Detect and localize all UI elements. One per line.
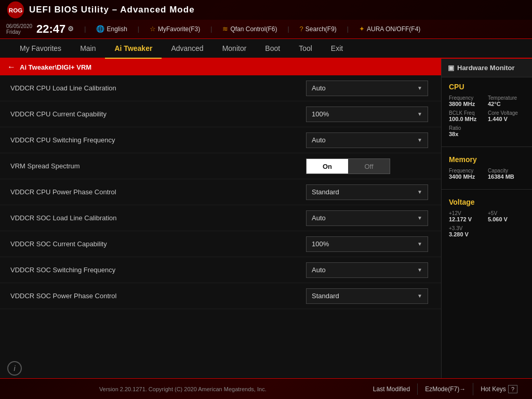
version-text: Version 2.20.1271. Copyright (C) 2020 Am… [0, 386, 366, 392]
nav-ai-tweaker[interactable]: Ai Tweaker [105, 39, 162, 59]
nav-tool[interactable]: Tool [289, 38, 322, 58]
settings-list: VDDCR CPU Load Line Calibration Auto ▼ V… [0, 75, 441, 309]
dropdown-vddcr-cpu-sf[interactable]: Auto ▼ [306, 132, 428, 148]
v33-label: +3.3V [449, 225, 486, 231]
navigation-bar: My Favorites Main Ai Tweaker Advanced Mo… [0, 39, 532, 59]
nav-exit[interactable]: Exit [322, 38, 352, 58]
nav-monitor[interactable]: Monitor [213, 38, 256, 58]
toggle-vrm-spread[interactable]: On Off [306, 158, 390, 174]
toolbar: 06/05/2020 Friday 22:47 ⚙ | 🌐 English | … [0, 20, 532, 39]
cpu-section-title: CPU [449, 83, 525, 91]
dropdown-arrow-icon: ▼ [417, 241, 422, 247]
cpu-frequency-label: Frequency [449, 95, 486, 101]
nav-boot[interactable]: Boot [256, 38, 289, 58]
mem-capacity-value: 16384 MB [488, 174, 525, 180]
ezmode-button[interactable]: EzMode(F7)→ [417, 383, 473, 395]
qfan-button[interactable]: ≋ Qfan Control(F6) [222, 25, 277, 33]
logo-area: ROG UEFI BIOS Utility – Advanced Mode [6, 1, 195, 19]
dropdown-vddcr-cpu-cc[interactable]: 100% ▼ [306, 107, 428, 122]
cpu-ratio-label: Ratio [449, 125, 486, 131]
memory-section: Memory Frequency 3400 MHz Capacity 16384… [442, 150, 532, 186]
dropdown-vddcr-cpu-ppc[interactable]: Standard ▼ [306, 184, 428, 200]
setting-vrm-spread: VRM Spread Spectrum On Off [0, 153, 441, 179]
toggle-on-button[interactable]: On [307, 159, 348, 174]
dropdown-vddcr-soc-ppc[interactable]: Standard ▼ [306, 288, 428, 304]
v33-value: 3.280 V [449, 231, 486, 237]
clock-display: 22:47 ⚙ [36, 22, 74, 36]
monitor-icon: ▣ [448, 64, 454, 72]
cpu-bclk-label: BCLK Freq [449, 110, 486, 116]
nav-my-favorites[interactable]: My Favorites [10, 38, 71, 58]
dropdown-vddcr-soc-llc[interactable]: Auto ▼ [306, 210, 428, 226]
control-vddcr-soc-sf: Auto ▼ [306, 262, 431, 278]
hotkeys-button[interactable]: Hot Keys ? [473, 383, 525, 395]
myfavorite-button[interactable]: ☆ MyFavorite(F3) [150, 25, 200, 33]
question-icon: ? [508, 385, 517, 393]
nav-main[interactable]: Main [71, 38, 105, 58]
memory-stats-grid: Frequency 3400 MHz Capacity 16384 MB [449, 168, 525, 180]
cpu-temperature-label: Temperature [488, 95, 525, 101]
control-vddcr-cpu-sf: Auto ▼ [306, 132, 431, 148]
aura-button[interactable]: ✦ AURA ON/OFF(F4) [359, 25, 420, 33]
search-button[interactable]: ? Search(F9) [300, 25, 337, 33]
v12-label: +12V [449, 210, 486, 216]
settings-icon[interactable]: ⚙ [68, 25, 74, 33]
fan-icon: ≋ [222, 25, 228, 33]
control-vrm-spread: On Off [306, 158, 431, 174]
mem-frequency-label: Frequency [449, 168, 486, 174]
aura-icon: ✦ [359, 25, 365, 33]
last-modified-label: Last Modified [373, 385, 410, 393]
v5-value: 5.060 V [488, 216, 525, 222]
back-button[interactable]: ← [7, 62, 16, 72]
nav-advanced[interactable]: Advanced [162, 38, 212, 58]
content-area: ← Ai Tweaker\DIGI+ VRM VDDCR CPU Load Li… [0, 59, 441, 378]
setting-vddcr-cpu-cc: VDDCR CPU Current Capability 100% ▼ [0, 101, 441, 127]
mem-frequency-value: 3400 MHz [449, 174, 486, 180]
setting-vddcr-cpu-ppc: VDDCR CPU Power Phase Control Standard ▼ [0, 179, 441, 205]
breadcrumb: ← Ai Tweaker\DIGI+ VRM [0, 59, 441, 75]
header-top: ROG UEFI BIOS Utility – Advanced Mode [0, 0, 532, 20]
dropdown-vddcr-cpu-llc[interactable]: Auto ▼ [306, 81, 428, 96]
control-vddcr-soc-cc: 100% ▼ [306, 236, 431, 252]
breadcrumb-path: Ai Tweaker\DIGI+ VRM [20, 63, 91, 71]
cpu-section: CPU Frequency 3800 MHz Temperature 42°C … [442, 77, 532, 143]
rog-logo-icon: ROG [6, 1, 25, 19]
setting-vddcr-cpu-sf: VDDCR CPU Switching Frequency Auto ▼ [0, 127, 441, 153]
info-button[interactable]: i [7, 361, 22, 376]
cpu-stats-grid: Frequency 3800 MHz Temperature 42°C BCLK… [449, 95, 525, 137]
app-title: UEFI BIOS Utility – Advanced Mode [29, 5, 195, 15]
control-vddcr-cpu-llc: Auto ▼ [306, 81, 431, 96]
setting-vddcr-soc-ppc: VDDCR SOC Power Phase Control Standard ▼ [0, 283, 441, 309]
last-modified-button[interactable]: Last Modified [366, 383, 417, 395]
footer: Version 2.20.1271. Copyright (C) 2020 Am… [0, 378, 532, 399]
dropdown-arrow-icon: ▼ [417, 267, 422, 273]
language-selector[interactable]: 🌐 English [96, 25, 127, 33]
info-area: i [7, 361, 22, 376]
search-icon: ? [300, 25, 303, 33]
dropdown-arrow-icon: ▼ [417, 215, 422, 221]
dropdown-vddcr-soc-cc[interactable]: 100% ▼ [306, 236, 428, 252]
hardware-monitor-panel: ▣ Hardware Monitor CPU Frequency 3800 MH… [441, 59, 532, 378]
language-icon: 🌐 [96, 25, 104, 33]
voltage-section-title: Voltage [449, 198, 525, 206]
control-vddcr-cpu-ppc: Standard ▼ [306, 184, 431, 200]
memory-divider [442, 189, 532, 190]
setting-label-vddcr-cpu-sf: VDDCR CPU Switching Frequency [10, 136, 306, 144]
v12-value: 12.172 V [449, 216, 486, 222]
cpu-temperature-value: 42°C [488, 101, 525, 107]
control-vddcr-cpu-cc: 100% ▼ [306, 107, 431, 122]
toggle-off-button[interactable]: Off [348, 159, 390, 174]
voltage-section: Voltage +12V 12.172 V +5V 5.060 V +3.3V … [442, 193, 532, 244]
control-vddcr-soc-ppc: Standard ▼ [306, 288, 431, 304]
voltage-stats-grid: +12V 12.172 V +5V 5.060 V +3.3V 3.280 V [449, 210, 525, 237]
hotkeys-label: Hot Keys [481, 385, 506, 393]
setting-label-vddcr-soc-llc: VDDCR SOC Load Line Calibration [10, 214, 306, 222]
dropdown-vddcr-soc-sf[interactable]: Auto ▼ [306, 262, 428, 278]
cpu-frequency-value: 3800 MHz [449, 101, 486, 107]
setting-vddcr-cpu-llc: VDDCR CPU Load Line Calibration Auto ▼ [0, 75, 441, 101]
svg-text:ROG: ROG [9, 7, 23, 14]
header: ROG UEFI BIOS Utility – Advanced Mode 06… [0, 0, 532, 39]
cpu-core-voltage-value: 1.440 V [488, 116, 525, 122]
cpu-core-voltage-label: Core Voltage [488, 110, 525, 116]
mem-capacity-label: Capacity [488, 168, 525, 174]
